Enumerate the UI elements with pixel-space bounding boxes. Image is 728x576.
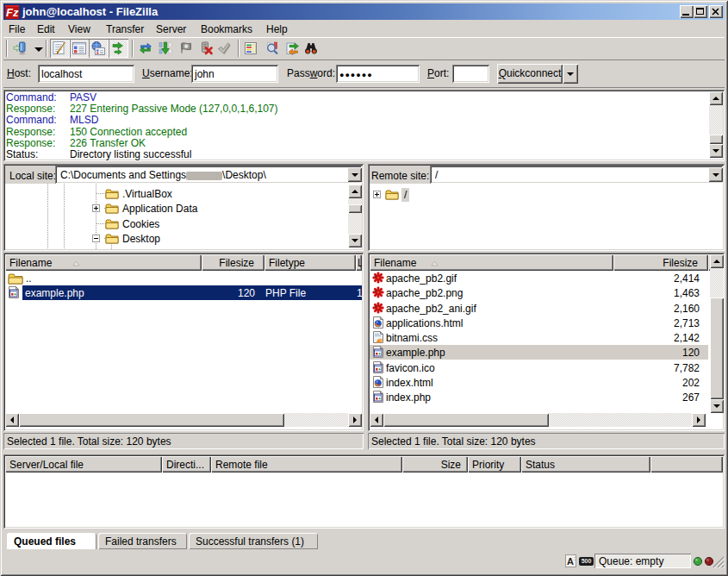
svg-text:Fz: Fz bbox=[6, 5, 19, 18]
